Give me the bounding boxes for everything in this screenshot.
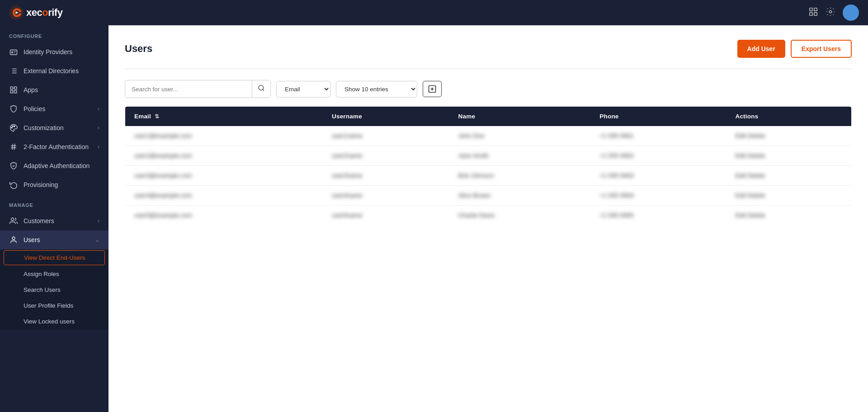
configure-section-label: Configure [0,25,108,42]
sidebar-sub-view-locked-users[interactable]: View Locked users [0,314,108,329]
add-column-button[interactable] [423,81,442,97]
svg-point-20 [14,126,15,127]
sidebar-item-customization[interactable]: Customization › [0,118,108,137]
svg-line-23 [12,144,13,150]
topbar-right [808,5,859,21]
sidebar-sub-view-direct-end-users[interactable]: View Direct End-Users [4,250,105,265]
search-input[interactable] [125,82,252,97]
sidebar-item-label: Users [24,236,40,243]
search-button[interactable] [252,80,270,98]
shield-icon [9,104,18,113]
header-buttons: Add User Export Users [737,40,852,58]
sidebar-sub-item-label: View Direct End-Users [24,254,85,261]
cell-email: user2@example.com [125,146,323,166]
col-username: Username [323,107,449,126]
sidebar-item-label: 2-Factor Authentication [24,143,89,150]
toolbar: Email Username Name Phone Show 10 entrie… [125,80,852,98]
cell-name: Jane Smith [449,146,591,166]
page-header: Users Add User Export Users [125,40,852,58]
sidebar-item-adaptive-auth[interactable]: Adaptive Authentication [0,156,108,175]
cell-username: user2name [323,146,449,166]
col-email[interactable]: Email ⇅ [125,107,323,126]
page-title: Users [125,43,152,55]
logo-icon [9,5,24,20]
svg-line-28 [263,89,264,91]
col-email-label: Email [134,113,151,120]
grid-icon [9,85,18,94]
col-phone: Phone [590,107,726,126]
table-row: user1@example.com user1name John Doe +1 … [125,126,852,146]
table-row: user3@example.com user3name Bob Johnson … [125,166,852,186]
sidebar-item-label: Policies [24,105,45,112]
user-avatar[interactable] [843,5,859,21]
svg-point-18 [11,127,12,128]
sidebar-item-label: External Directories [24,67,79,75]
id-card-icon [9,47,18,56]
cell-username: user1name [323,126,449,146]
sidebar-item-label: Identity Providers [24,48,72,56]
sidebar-item-customers[interactable]: Customers › [0,211,108,230]
col-username-label: Username [332,113,362,120]
chevron-right-icon: › [98,144,99,150]
cell-name: Alice Brown [449,186,591,206]
sidebar-sub-item-label: Search Users [24,286,61,293]
svg-point-19 [12,126,13,127]
sidebar-item-label: Apps [24,86,38,94]
sidebar-item-users[interactable]: Users ⌄ [0,230,108,249]
entries-select[interactable]: Show 10 entries Show 25 entries Show 50 … [336,81,417,98]
sync-icon [9,180,18,189]
chevron-down-icon: ⌄ [95,237,99,243]
sidebar-sub-user-profile-fields[interactable]: User Profile Fields [0,298,108,314]
sidebar-item-label: Customization [24,124,64,131]
svg-rect-3 [810,12,812,15]
svg-rect-14 [10,87,13,89]
cell-actions: Edit Delete [726,146,851,166]
cell-email: user4@example.com [125,186,323,206]
svg-rect-1 [810,8,812,10]
sidebar-item-label: Adaptive Authentication [24,162,90,169]
table-row: user4@example.com user4name Alice Brown … [125,186,852,206]
logo[interactable]: xecorify [9,5,62,20]
cell-phone: +1 555 0004 [590,186,726,206]
sidebar-item-provisioning[interactable]: Provisioning [0,175,108,194]
hash-icon [9,142,18,151]
col-phone-label: Phone [599,113,618,120]
sidebar-item-identity-providers[interactable]: Identity Providers [0,42,108,61]
logo-text: xecorify [26,7,62,19]
add-column-icon [428,84,437,94]
shield-check-icon [9,161,18,170]
svg-rect-2 [814,8,817,10]
col-name: Name [449,107,591,126]
layout: Configure Identity Providers External Di… [0,25,868,412]
export-users-button[interactable]: Export Users [791,40,852,58]
list-icon [9,66,18,75]
users-icon [9,216,18,225]
svg-point-27 [259,85,264,90]
table-row: user2@example.com user2name Jane Smith +… [125,146,852,166]
sidebar-sub-assign-roles[interactable]: Assign Roles [0,266,108,282]
page-divider [125,69,852,69]
sidebar-item-apps[interactable]: Apps [0,80,108,99]
add-user-button[interactable]: Add User [737,40,785,58]
sidebar-item-policies[interactable]: Policies › [0,99,108,118]
cell-actions: Edit Delete [726,206,851,225]
cell-phone: +1 555 0002 [590,146,726,166]
sidebar-item-label: Customers [24,217,54,225]
svg-point-25 [11,218,14,220]
sidebar-sub-item-label: View Locked users [24,318,75,325]
svg-rect-6 [10,50,17,55]
sidebar-sub-search-users[interactable]: Search Users [0,282,108,298]
chevron-right-icon: › [98,106,99,112]
gear-icon[interactable] [826,7,835,19]
sidebar-item-label: Provisioning [24,181,58,188]
svg-point-7 [12,52,13,53]
sidebar-item-external-directories[interactable]: External Directories [0,61,108,80]
filter-select[interactable]: Email Username Name Phone [276,81,330,98]
cell-actions: Edit Delete [726,186,851,206]
svg-point-26 [12,237,15,239]
cell-phone: +1 555 0001 [590,126,726,146]
users-sub-menu: View Direct End-Users Assign Roles Searc… [0,250,108,329]
sidebar-item-2fa[interactable]: 2-Factor Authentication › [0,137,108,156]
sidebar: Configure Identity Providers External Di… [0,25,108,412]
book-icon[interactable] [808,7,818,19]
